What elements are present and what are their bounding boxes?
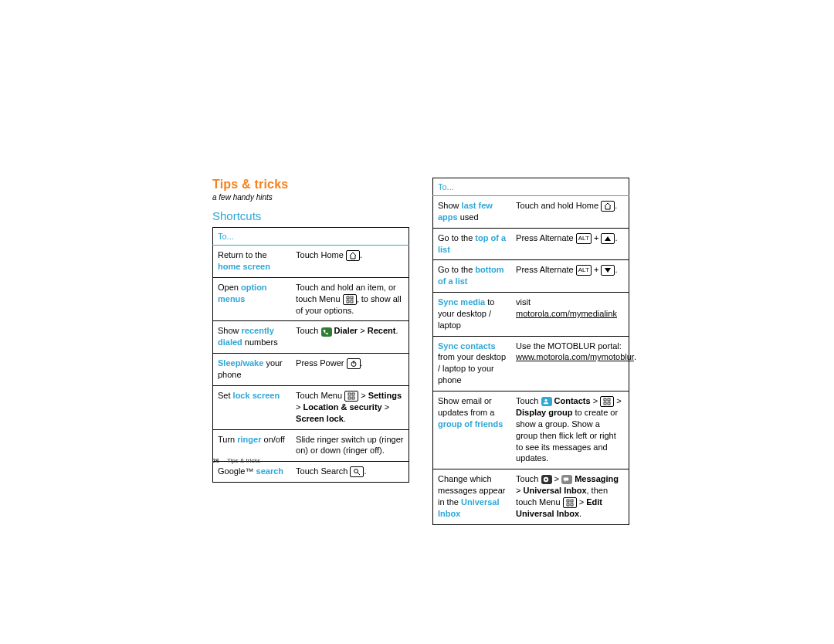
to-cell: Sleep/wake your phone (213, 354, 292, 386)
right-column: To... Show last few apps usedTouch and h… (432, 178, 629, 525)
table-row: Return to the home screenTouch Home . (213, 246, 409, 278)
document-page: Tips & tricks a few handy hints Shortcut… (0, 0, 834, 644)
to-cell: Go to the top of a list (433, 228, 512, 260)
svg-point-18 (544, 479, 546, 480)
action-cell: Press Alternate ALT + . (511, 260, 629, 293)
messaging-icon (561, 475, 572, 484)
table-row: Show email or updates from a group of fr… (433, 391, 629, 469)
table-row: Go to the top of a listPress Alternate A… (433, 228, 629, 260)
page-footer: 26 Tips & tricks (212, 457, 260, 464)
svg-rect-20 (567, 500, 569, 502)
two-column-layout: Tips & tricks a few handy hints Shortcut… (212, 178, 629, 525)
action-cell: Touch > Messaging > Universal Inbox, the… (511, 469, 629, 525)
action-cell: Touch Dialer > Recent. (291, 321, 409, 354)
action-cell: visit motorola.com/mymedialink (511, 293, 629, 337)
svg-rect-3 (351, 300, 353, 303)
table-row: Google™ searchTouch Search . (213, 462, 409, 483)
to-cell: Google™ search (213, 462, 292, 483)
page-subtitle: a few handy hints (212, 193, 409, 202)
home-icon (601, 201, 615, 212)
table-header: To... (433, 178, 629, 196)
table-row: Sync media to your desktop / laptopvisit… (433, 293, 629, 337)
action-cell: Slide ringer switch up (ringer on) or do… (291, 429, 409, 462)
action-cell: Touch and hold an item, or touch Menu , … (291, 277, 409, 321)
svg-rect-9 (352, 397, 354, 399)
svg-rect-7 (352, 393, 354, 395)
shortcuts-table-left: To... Return to the home screenTouch Hom… (212, 227, 409, 483)
action-cell: Press Alternate ALT + . (511, 228, 629, 260)
svg-rect-21 (571, 500, 573, 502)
menu-icon (344, 391, 358, 402)
table-row: Set lock screenTouch Menu > Settings > L… (213, 385, 409, 429)
svg-rect-8 (348, 397, 351, 399)
table-row: Change which messages appear in the Univ… (433, 469, 629, 525)
launcher-icon (541, 475, 552, 484)
svg-rect-16 (608, 402, 610, 405)
phone-icon (321, 327, 332, 337)
page-title: Tips & tricks (212, 178, 409, 192)
section-heading: Shortcuts (212, 209, 409, 222)
action-cell: Touch Menu > Settings > Location & secur… (291, 385, 409, 429)
table-row: Show recently dialed numbersTouch Dialer… (213, 321, 409, 354)
footer-label: Tips & tricks (227, 457, 260, 464)
svg-rect-15 (604, 402, 606, 405)
table-row: Show last few apps usedTouch and hold Ho… (433, 196, 629, 229)
to-cell: Sync media to your desktop / laptop (433, 293, 512, 337)
left-column: Tips & tricks a few handy hints Shortcut… (212, 178, 409, 525)
action-cell: Touch Home . (291, 246, 409, 278)
up-arrow-icon (601, 233, 615, 244)
person-icon (541, 397, 552, 406)
menu-icon (600, 396, 614, 407)
to-cell: Show last few apps used (433, 196, 512, 229)
to-cell: Set lock screen (213, 385, 292, 429)
to-cell: Show recently dialed numbers (213, 321, 292, 354)
action-cell: Touch Contacts > > Display group to crea… (511, 391, 629, 469)
svg-rect-13 (604, 398, 606, 401)
table-row: Sleep/wake your phonePress Power . (213, 354, 409, 386)
shortcuts-table-right: To... Show last few apps usedTouch and h… (432, 178, 629, 525)
to-cell: Change which messages appear in the Univ… (433, 469, 512, 525)
to-cell: Return to the home screen (213, 246, 292, 278)
action-cell: Touch and hold Home . (511, 196, 629, 229)
svg-rect-22 (567, 503, 569, 506)
svg-rect-1 (351, 297, 353, 299)
media-link[interactable]: motorola.com/mymedialink (516, 309, 617, 318)
menu-icon (563, 497, 577, 508)
table-header: To... (213, 228, 409, 246)
action-cell: Use the MOTOBLUR portal: www.motorola.co… (511, 336, 629, 391)
down-arrow-icon (601, 265, 615, 276)
svg-point-10 (354, 469, 358, 473)
svg-point-12 (544, 399, 547, 402)
to-cell: Open option menus (213, 277, 292, 321)
svg-rect-2 (347, 300, 349, 303)
svg-rect-19 (564, 478, 568, 481)
power-icon (347, 358, 361, 369)
action-cell: Touch Search . (291, 462, 409, 483)
alt-key: ALT (576, 265, 592, 276)
action-cell: Press Power . (291, 354, 409, 386)
table-row: Open option menusTouch and hold an item,… (213, 277, 409, 321)
motoblur-link[interactable]: www.motorola.com/mymotoblur (516, 352, 634, 361)
page-number: 26 (212, 457, 219, 464)
to-cell: Show email or updates from a group of fr… (433, 391, 512, 469)
table-row: Go to the bottom of a listPress Alternat… (433, 260, 629, 293)
page-content: Tips & tricks a few handy hints Shortcut… (212, 178, 629, 525)
svg-rect-14 (608, 398, 610, 401)
home-icon (346, 250, 360, 261)
search-icon (350, 466, 364, 477)
menu-icon (343, 294, 357, 305)
to-cell: Sync contacts from your desktop / laptop… (433, 336, 512, 391)
svg-rect-6 (348, 393, 351, 395)
to-cell: Go to the bottom of a list (433, 260, 512, 293)
svg-rect-0 (347, 297, 349, 299)
table-row: Sync contacts from your desktop / laptop… (433, 336, 629, 391)
alt-key: ALT (576, 233, 592, 244)
svg-rect-23 (571, 503, 573, 506)
svg-line-11 (358, 473, 360, 475)
